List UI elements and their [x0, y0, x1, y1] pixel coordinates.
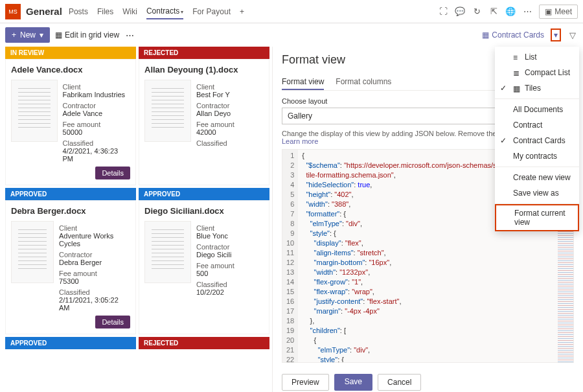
chat-icon[interactable]: 💬: [455, 6, 465, 17]
details-button[interactable]: Details: [95, 316, 130, 329]
contract-card[interactable]: Adele Vance.docx ClientFabrikam Industri…: [5, 59, 136, 185]
view-contract[interactable]: Contract: [495, 117, 579, 133]
channel-tabs: Posts Files Wiki Contracts▾ For Payout +: [69, 4, 244, 19]
contract-card[interactable]: Diego Siciliani.docx ClientBlue Yonc Con…: [139, 200, 269, 334]
save-button[interactable]: Save: [334, 374, 372, 391]
add-tab-button[interactable]: +: [240, 5, 244, 19]
view-switcher[interactable]: ▦Contract Cards: [479, 29, 547, 41]
status-rejected: REJECTED: [139, 47, 269, 59]
tab-format-view[interactable]: Format view: [282, 75, 324, 90]
tab-for-payout[interactable]: For Payout: [192, 5, 231, 19]
status-approved: APPROVED: [139, 188, 269, 200]
doc-thumbnail: [144, 221, 191, 283]
preview-button[interactable]: Preview: [282, 374, 329, 391]
tab-format-columns[interactable]: Format columns: [336, 75, 391, 90]
line-gutter: 1234567891011121314151617181920212223242…: [282, 150, 298, 362]
status-rejected: REJECTED: [139, 337, 269, 349]
tab-contracts[interactable]: Contracts▾: [146, 4, 183, 19]
app-tile: MS: [5, 4, 21, 19]
edit-in-grid-button[interactable]: ▦Edit in grid view: [55, 30, 119, 40]
contract-card[interactable]: Debra Berger.docx ClientAdventure Works …: [5, 200, 136, 334]
gallery-view: IN REVIEW REJECTED Adele Vance.docx Clie…: [0, 47, 272, 392]
doc-thumbnail: [11, 221, 54, 283]
details-button[interactable]: Details: [95, 167, 130, 179]
tab-files[interactable]: Files: [97, 5, 113, 19]
save-view-as[interactable]: Save view as: [495, 185, 579, 201]
contract-card[interactable]: Allan Deyoung (1).docx ClientBest For Y …: [139, 59, 269, 185]
doc-thumbnail: [11, 80, 58, 142]
create-new-view[interactable]: Create new view: [495, 170, 579, 185]
view-dropdown-chevron[interactable]: ▾: [551, 29, 561, 41]
learn-more-link[interactable]: Learn more: [282, 137, 318, 145]
grid-icon: ▦: [55, 30, 62, 40]
card-title: Allan Deyoung (1).docx: [144, 65, 264, 75]
top-bar: MS General Posts Files Wiki Contracts▾ F…: [0, 0, 583, 23]
tab-wiki[interactable]: Wiki: [122, 5, 137, 19]
doc-thumbnail: [144, 80, 191, 142]
more-icon[interactable]: ⋯: [522, 6, 532, 17]
status-in-review: IN REVIEW: [5, 47, 136, 59]
compact-list-icon: ≣: [513, 69, 521, 76]
view-all-documents[interactable]: All Documents: [495, 102, 579, 117]
expand-icon[interactable]: ⛶: [438, 6, 448, 17]
list-toolbar: + New ▾ ▦Edit in grid view ⋯ ▦Contract C…: [0, 23, 583, 47]
view-my-contracts[interactable]: My contracts: [495, 148, 579, 164]
code-content: { "$schema": "https://developer.microsof…: [298, 150, 510, 362]
card-title: Diego Siciliani.docx: [144, 206, 264, 216]
layout-tiles[interactable]: ▦Tiles: [495, 80, 579, 96]
card-title: Debra Berger.docx: [11, 206, 130, 216]
more-toolbar-icon[interactable]: ⋯: [124, 30, 135, 40]
tab-posts[interactable]: Posts: [69, 5, 88, 19]
list-icon: ≡: [513, 53, 521, 61]
format-current-view[interactable]: Format current view: [496, 205, 578, 230]
new-button[interactable]: + New ▾: [5, 27, 50, 43]
refresh-icon[interactable]: ↻: [472, 6, 482, 17]
view-contract-cards[interactable]: Contract Cards: [495, 133, 579, 148]
chevron-down-icon: ▾: [40, 30, 43, 40]
meet-button[interactable]: ▣Meet: [539, 5, 578, 19]
view-dropdown-menu: ≡List ≣Compact List ▦Tiles All Documents…: [495, 47, 579, 231]
tiles-icon: ▦: [482, 30, 489, 40]
layout-compact-list[interactable]: ≣Compact List: [495, 65, 579, 80]
globe-icon[interactable]: 🌐: [505, 6, 516, 17]
chevron-down-icon: ▾: [181, 9, 183, 15]
filter-icon[interactable]: ▽: [567, 30, 578, 40]
top-right-actions: ⛶ 💬 ↻ ⇱ 🌐 ⋯ ▣Meet: [438, 5, 578, 19]
cancel-button[interactable]: Cancel: [378, 374, 421, 391]
status-approved: APPROVED: [5, 188, 136, 200]
channel-name: General: [26, 6, 62, 17]
card-title: Adele Vance.docx: [11, 65, 130, 75]
layout-list[interactable]: ≡List: [495, 49, 579, 65]
camera-icon: ▣: [545, 7, 552, 16]
status-approved: APPROVED: [5, 337, 136, 349]
open-icon[interactable]: ⇱: [488, 6, 499, 17]
tiles-icon: ▦: [513, 84, 521, 92]
